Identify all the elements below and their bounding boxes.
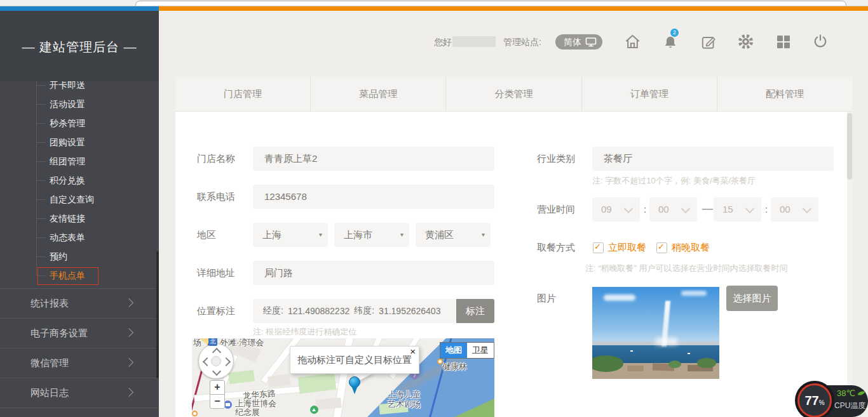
open-minute-value: 00: [658, 204, 669, 215]
mark-location-button[interactable]: 标注: [456, 299, 494, 323]
dropdown-arrow-icon: ▾: [400, 223, 403, 247]
close-minute-select[interactable]: 00: [771, 197, 818, 222]
photo-boat: [630, 350, 633, 352]
language-label: 简体: [564, 37, 581, 48]
location-label: 位置标注: [197, 305, 235, 317]
pickup-now-checkbox[interactable]: ✓: [593, 242, 604, 253]
browser-strip: [0, 0, 868, 6]
pan-knob[interactable]: [211, 356, 221, 366]
pan-right-arrow[interactable]: [222, 357, 231, 366]
section-label: 电子商务设置: [31, 328, 88, 338]
cpu-percent-unit: %: [819, 399, 825, 406]
sidebar-scrollbar[interactable]: [156, 251, 159, 378]
district-select[interactable]: 黄浦区 ▾: [416, 223, 491, 247]
hours-dash: —: [702, 202, 713, 215]
notification-bell-icon[interactable]: [662, 34, 679, 51]
pickup-now-label[interactable]: 立即取餐: [608, 242, 646, 253]
choose-image-button[interactable]: 选择图片: [726, 286, 778, 311]
power-icon[interactable]: [812, 33, 829, 50]
baidu-map[interactable]: 场 外滩·湾璟会 龙华东路 上海世博会 纪念展 上海儿童 艺术剧场 健康林 ♪ …: [192, 338, 494, 417]
industry-note: 注: 字数不超过10个字，例: 美食/粤菜/茶餐厅: [592, 175, 756, 187]
sidebar-item-custom-query[interactable]: 自定义查询: [50, 190, 94, 209]
panel-scrollbar-thumb[interactable]: [847, 113, 852, 180]
hours-label: 营业时间: [537, 203, 575, 216]
tab-ingredient-manage[interactable]: 配料管理: [717, 77, 852, 111]
close-hour-select[interactable]: 15: [714, 197, 761, 222]
map-label-expo-2: 纪念展: [235, 407, 260, 417]
hours-colon: :: [765, 203, 768, 216]
sidebar-section-logs[interactable]: 网站日志: [0, 378, 159, 407]
chevron-right-icon: [125, 298, 133, 307]
chevron-right-icon: [125, 388, 133, 397]
sidebar-title: — 建站管理后台 —: [0, 39, 159, 56]
zoom-out-button[interactable]: −: [210, 394, 225, 409]
pickup-later-checkbox[interactable]: ✓: [656, 242, 667, 253]
settings-gear-icon[interactable]: [737, 33, 754, 50]
pickup-later-label[interactable]: 稍晚取餐: [672, 242, 710, 253]
sidebar-section-stats[interactable]: 统计报表: [0, 288, 159, 318]
sidebar-item-groupbuy[interactable]: 团购设置: [50, 133, 85, 152]
location-note: 注: 根据经纬度进行精确定位: [253, 326, 356, 338]
phone-input[interactable]: 12345678: [253, 185, 494, 209]
open-minute-select[interactable]: 00: [649, 197, 697, 222]
edit-icon[interactable]: [700, 34, 717, 50]
section-label: 网站日志: [31, 387, 69, 398]
pan-down-arrow[interactable]: [212, 367, 221, 376]
dropdown-arrow-icon: ▾: [319, 223, 322, 247]
tab-order-manage[interactable]: 订单管理: [582, 77, 717, 111]
sidebar-item-group-manage[interactable]: 组团管理: [50, 152, 85, 171]
sidebar-item-activity[interactable]: 活动设置: [50, 95, 85, 114]
map-type-satellite-button[interactable]: 卫星: [467, 343, 494, 358]
sidebar-item-reservation[interactable]: 预约: [50, 247, 67, 266]
map-pan-control[interactable]: [198, 343, 234, 379]
open-hour-select[interactable]: 09: [592, 197, 640, 222]
hours-colon: :: [644, 203, 646, 216]
chevron-down-icon: [681, 204, 690, 213]
map-poi-dot: [192, 411, 198, 416]
location-field[interactable]: 经度: 121.490882232 纬度: 31.1952626403: [253, 299, 456, 323]
check-icon: ✓: [658, 242, 665, 251]
province-value: 上海: [262, 229, 281, 240]
sidebar: 开卡即送 活动设置 秒杀管理 团购设置 组团管理 积分兑换 自定义查询 友情链接…: [0, 11, 159, 417]
tab-category-manage[interactable]: 分类管理: [446, 77, 581, 111]
chevron-down-icon: [745, 204, 754, 213]
address-input[interactable]: 局门路: [253, 261, 494, 285]
province-select[interactable]: 上海 ▾: [253, 223, 328, 247]
pan-up-arrow[interactable]: [212, 348, 221, 357]
map-building-block: [268, 374, 290, 388]
map-label-partial: 场: [193, 338, 201, 348]
sidebar-item-points[interactable]: 积分兑换: [50, 171, 85, 190]
industry-input[interactable]: 茶餐厅: [592, 147, 834, 171]
tab-store-manage[interactable]: 门店管理: [175, 77, 311, 111]
store-name-input[interactable]: 青青原上草2: [253, 147, 494, 171]
map-type-map-button[interactable]: 地图: [440, 343, 467, 358]
sidebar-title-block: — 建站管理后台 —: [0, 11, 159, 81]
home-icon[interactable]: [624, 33, 641, 50]
photo-boat: [688, 353, 690, 354]
sidebar-item-seckill[interactable]: 秒杀管理: [50, 114, 85, 133]
zoom-in-button[interactable]: +: [210, 380, 225, 395]
photo-fountain-mist: [656, 338, 677, 345]
phone-label: 联系电话: [197, 190, 235, 203]
map-type-toggle: 地图 卫星: [440, 342, 494, 359]
sidebar-item-dynamic-form[interactable]: 动态表单: [50, 228, 85, 247]
sidebar-item-links[interactable]: 友情链接: [50, 209, 85, 228]
browser-address-bar[interactable]: [135, 1, 846, 6]
address-label: 详细地址: [197, 267, 235, 279]
active-item-highlight-box: [37, 267, 98, 285]
sidebar-section-wechat[interactable]: 微信管理: [0, 348, 159, 378]
map-pin-marker[interactable]: [349, 376, 360, 388]
apps-grid-icon[interactable]: [776, 34, 791, 50]
close-icon[interactable]: ×: [410, 347, 416, 357]
cpu-usage-circle[interactable]: 77%: [795, 381, 834, 417]
language-badge[interactable]: 简体: [555, 34, 602, 50]
sidebar-section-ecommerce[interactable]: 电子商务设置: [0, 318, 159, 348]
map-label-theater-2: 艺术剧场: [388, 399, 421, 410]
cpu-temp-text: 38℃: [837, 388, 855, 398]
panel-scrollbar[interactable]: [847, 112, 852, 417]
greeting-text: 您好: [434, 37, 452, 48]
pan-left-arrow[interactable]: [203, 357, 212, 366]
city-select[interactable]: 上海市 ▾: [334, 223, 409, 247]
tab-dish-manage[interactable]: 菜品管理: [311, 77, 446, 111]
latitude-label: 纬度:: [354, 305, 374, 317]
